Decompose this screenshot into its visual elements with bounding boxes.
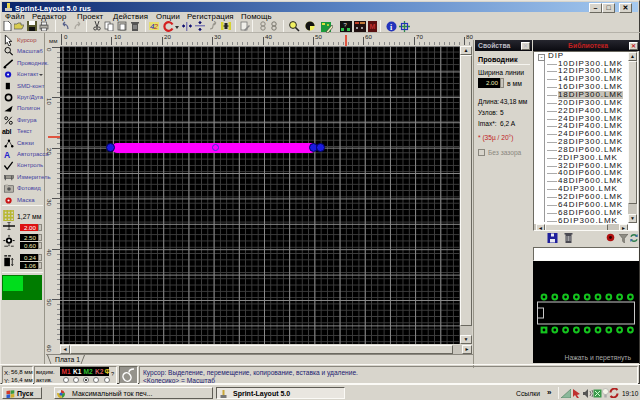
svg-text:Нажать и перетянуть: Нажать и перетянуть xyxy=(565,354,632,362)
svg-text:M: M xyxy=(370,23,376,30)
svg-text:2: 2 xyxy=(153,23,158,30)
